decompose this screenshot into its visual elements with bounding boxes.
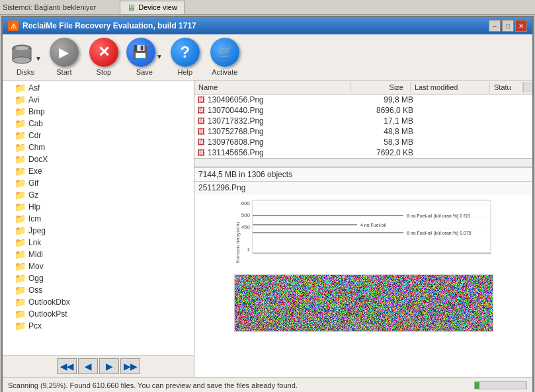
tree-item[interactable]: 📁Midi xyxy=(4,249,192,260)
app-icon: ⚠ xyxy=(8,20,19,31)
start-button[interactable]: ▶ Start xyxy=(46,36,83,77)
file-row[interactable]: 🖼 131145656.Png 7692,0 KB xyxy=(194,147,532,158)
start-icon-container: ▶ xyxy=(50,38,79,67)
stop-icon: ✕ xyxy=(98,45,110,59)
file-row[interactable]: 🖼 130496056.Png 99,8 MB xyxy=(194,95,532,105)
toolbar: ▼ Disks ▶ Start ✕ Stop xyxy=(3,34,532,81)
file-row-name: 130700440.Png xyxy=(208,106,360,115)
nav-next-button[interactable]: ▶ xyxy=(99,358,119,374)
preview-chart: Konsan trasyon/u 600 500 450 1 xyxy=(231,197,496,273)
close-button[interactable]: ✕ xyxy=(515,20,527,32)
save-label: Save xyxy=(136,68,153,76)
stop-icon-container: ✕ xyxy=(89,38,118,67)
tree-item[interactable]: 📁Gif xyxy=(4,177,192,189)
main-window: ⚠ ReclaiMe File Recovery Evaluation, bui… xyxy=(1,16,534,392)
tree-item[interactable]: 📁Ogg xyxy=(4,272,192,284)
svg-text:Konsan trasyon/u: Konsan trasyon/u xyxy=(235,222,241,263)
tree-item[interactable]: 📁Cdr xyxy=(4,130,192,141)
nav-last-button[interactable]: ▶▶ xyxy=(120,358,140,374)
file-rows: 🖼 130496056.Png 99,8 MB 🖼 130700440.Png … xyxy=(194,95,532,158)
tree-item[interactable]: 📁Asf xyxy=(4,82,192,94)
folder-icon: 📁 xyxy=(15,225,26,236)
preview-content: Konsan trasyon/u 600 500 450 1 xyxy=(194,194,532,377)
file-row-name: 130976808.Png xyxy=(208,137,360,147)
status-text: Scanning (9,25%). Found 610.660 files. Y… xyxy=(8,381,298,389)
col-header-name[interactable]: Name xyxy=(194,82,351,93)
window-title: ReclaiMe File Recovery Evaluation, build… xyxy=(22,21,196,30)
file-row[interactable]: 🖼 130752768.Png 48,8 MB xyxy=(194,126,532,137)
disk-icon xyxy=(9,42,34,67)
tree-item[interactable]: 📁Hlp xyxy=(4,201,192,213)
help-button[interactable]: ? Help xyxy=(167,36,204,77)
folder-icon: 📁 xyxy=(15,285,26,295)
tree-item[interactable]: 📁Mov xyxy=(4,260,192,272)
tree-item[interactable]: 📁Jpeg xyxy=(4,225,192,237)
folder-icon: 📁 xyxy=(15,309,26,319)
noise-image xyxy=(234,274,493,332)
stop-button[interactable]: ✕ Stop xyxy=(85,36,122,77)
col-header-status[interactable]: Statu xyxy=(490,82,523,93)
folder-icon: 📁 xyxy=(15,178,26,188)
file-row-size: 48,8 MB xyxy=(360,127,420,136)
disks-label: Disks xyxy=(17,68,34,76)
activate-button[interactable]: 🛒 Activate xyxy=(206,36,243,77)
col-header-size[interactable]: Size xyxy=(351,82,411,93)
nav-first-button[interactable]: ◀◀ xyxy=(57,358,77,374)
right-panel: Name Size Last modified Statu 🖼 13049605… xyxy=(194,81,532,377)
folder-icon: 📁 xyxy=(15,190,26,200)
nav-prev-button[interactable]: ◀ xyxy=(78,358,98,374)
help-circle: ? xyxy=(171,38,200,67)
save-button[interactable]: 💾 ▼ Save xyxy=(125,36,164,77)
file-row[interactable]: 🖼 130717832.Png 17,1 MB xyxy=(194,116,532,126)
tree-item[interactable]: 📁Pcx xyxy=(4,320,192,332)
tree-item[interactable]: 📁Gz xyxy=(4,189,192,201)
device-view-tab[interactable]: 🖥 Device view xyxy=(120,1,185,14)
folder-icon: 📁 xyxy=(15,130,26,141)
file-tree[interactable]: 📁Asf📁Avi📁Bmp📁Cab📁Cdr📁Chm📁DocX📁Exe📁Gif📁Gz… xyxy=(3,81,194,355)
count-bar: 7144,5 MB in 1306 objects xyxy=(194,168,532,182)
folder-icon: 📁 xyxy=(15,202,26,212)
file-row[interactable]: 🖼 130700440.Png 8696,0 KB xyxy=(194,105,532,116)
file-row-name: 131145656.Png xyxy=(208,148,360,157)
tree-item[interactable]: 📁Lnk xyxy=(4,237,192,249)
disks-button[interactable]: ▼ Disks xyxy=(8,40,43,77)
title-bar-left: ⚠ ReclaiMe File Recovery Evaluation, bui… xyxy=(8,20,196,31)
title-bar: ⚠ ReclaiMe File Recovery Evaluation, bui… xyxy=(3,17,532,34)
horizontal-scrollbar[interactable] xyxy=(194,158,532,167)
svg-text:500: 500 xyxy=(241,212,250,218)
folder-icon: 📁 xyxy=(15,118,26,129)
file-icon: 🖼 xyxy=(194,106,208,115)
activate-icon-container: 🛒 xyxy=(210,38,239,67)
file-icon: 🖼 xyxy=(194,137,208,147)
col-header-modified[interactable]: Last modified xyxy=(411,82,490,93)
stop-circle: ✕ xyxy=(89,38,118,67)
tree-item[interactable]: 📁DocX xyxy=(4,153,192,165)
file-list: Name Size Last modified Statu 🖼 13049605… xyxy=(194,81,532,168)
file-icon: 🖼 xyxy=(194,116,208,126)
tree-item[interactable]: 📁Bmp xyxy=(4,106,192,118)
warning-icon: ⚠ xyxy=(11,22,17,30)
minimize-button[interactable]: – xyxy=(489,20,501,32)
tree-item[interactable]: 📁OutlookPst xyxy=(4,308,192,320)
stop-label: Stop xyxy=(97,68,112,76)
file-icon: 🖼 xyxy=(194,95,208,104)
folder-icon: 📁 xyxy=(15,249,26,260)
save-dropdown-arrow: ▼ xyxy=(156,53,163,60)
maximize-button[interactable]: □ xyxy=(502,20,514,32)
tree-item[interactable]: 📁OutlookDbx xyxy=(4,296,192,308)
folder-icon: 📁 xyxy=(15,106,26,117)
tree-item[interactable]: 📁Icm xyxy=(4,213,192,225)
disk-dropdown-arrow: ▼ xyxy=(35,55,42,62)
save-icon-container: 💾 xyxy=(126,38,155,67)
content-area: 📁Asf📁Avi📁Bmp📁Cab📁Cdr📁Chm📁DocX📁Exe📁Gif📁Gz… xyxy=(3,81,532,377)
tree-item[interactable]: 📁Exe xyxy=(4,165,192,177)
svg-text:6 no  Fuel-oil  (kül oran:%) 0: 6 no Fuel-oil (kül oran:%) 0 f15 xyxy=(407,214,470,219)
tree-item[interactable]: 📁Avi xyxy=(4,94,192,106)
status-bar: Scanning (9,25%). Found 610.660 files. Y… xyxy=(3,377,532,392)
tree-item[interactable]: 📁Chm xyxy=(4,141,192,153)
folder-icon: 📁 xyxy=(15,237,26,248)
tree-item[interactable]: 📁Cab xyxy=(4,118,192,130)
start-label: Start xyxy=(56,68,71,76)
file-row[interactable]: 🖼 130976808.Png 58,3 MB xyxy=(194,137,532,147)
tree-item[interactable]: 📁Oss xyxy=(4,284,192,296)
